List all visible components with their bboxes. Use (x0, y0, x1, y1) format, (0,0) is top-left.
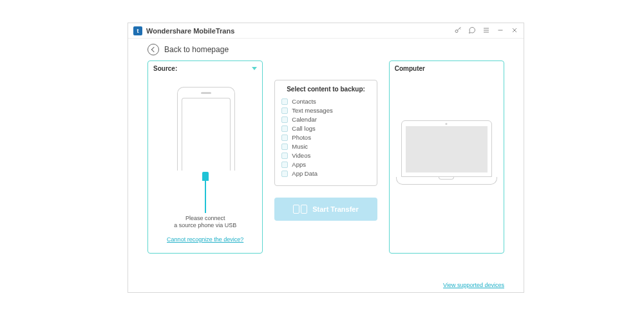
feedback-icon[interactable] (468, 25, 476, 37)
back-button[interactable] (147, 44, 159, 55)
menu-icon[interactable] (482, 25, 490, 37)
checkbox-icon (281, 171, 288, 177)
source-panel: Source: Please connect a source phone vi… (147, 60, 263, 254)
checkbox-calendar[interactable]: Calendar (281, 116, 370, 123)
checkbox-app-data[interactable]: App Data (281, 170, 370, 177)
app-icon: t (133, 26, 142, 35)
close-icon[interactable] (511, 25, 518, 37)
source-header[interactable]: Source: (148, 61, 262, 76)
arrow-left-icon (151, 47, 156, 52)
checkbox-icon (281, 144, 288, 150)
destination-header-label: Computer (395, 65, 425, 72)
checkbox-call-logs[interactable]: Call logs (281, 125, 370, 132)
middle-column: Select content to backup: Contacts Text … (274, 60, 377, 221)
laptop-icon (401, 120, 492, 191)
checkbox-apps[interactable]: Apps (281, 161, 370, 168)
checkbox-contacts[interactable]: Contacts (281, 98, 370, 105)
destination-panel: Computer (389, 60, 504, 254)
checkbox-videos[interactable]: Videos (281, 152, 370, 159)
app-title: Wondershare MobileTrans (146, 27, 234, 35)
checkbox-icon (281, 125, 288, 132)
back-label[interactable]: Back to homepage (164, 45, 229, 54)
checkbox-icon (281, 153, 288, 159)
key-icon[interactable] (454, 25, 462, 37)
checkbox-icon (281, 135, 288, 141)
source-message: Please connect a source phone via USB (148, 215, 262, 230)
content-area: Source: Please connect a source phone vi… (128, 60, 524, 259)
back-row: Back to homepage (128, 39, 524, 60)
source-header-label: Source: (153, 65, 177, 72)
checkbox-icon (281, 98, 288, 105)
cannot-recognize-link[interactable]: Cannot recognize the device? (148, 236, 262, 243)
titlebar: t Wondershare MobileTrans (128, 23, 524, 39)
destination-header: Computer (390, 61, 504, 76)
checkbox-icon (281, 116, 288, 123)
checkbox-photos[interactable]: Photos (281, 134, 370, 141)
chevron-down-icon (252, 67, 257, 70)
checkbox-icon (281, 107, 288, 114)
app-window: t Wondershare MobileTrans Back to h (128, 23, 524, 293)
start-transfer-button[interactable]: Start Transfer (274, 198, 377, 221)
select-content-title: Select content to backup: (281, 86, 370, 93)
checkbox-music[interactable]: Music (281, 143, 370, 150)
checkbox-icon (281, 162, 288, 168)
start-transfer-label: Start Transfer (312, 205, 359, 213)
transfer-icon (293, 205, 307, 214)
usb-cable-icon (202, 172, 209, 213)
minimize-icon[interactable] (497, 25, 504, 37)
checkbox-text-messages[interactable]: Text messages (281, 107, 370, 114)
phone-outline-icon (177, 87, 235, 171)
select-content-panel: Select content to backup: Contacts Text … (274, 80, 377, 186)
view-supported-devices-link[interactable]: View supported devices (443, 282, 504, 288)
